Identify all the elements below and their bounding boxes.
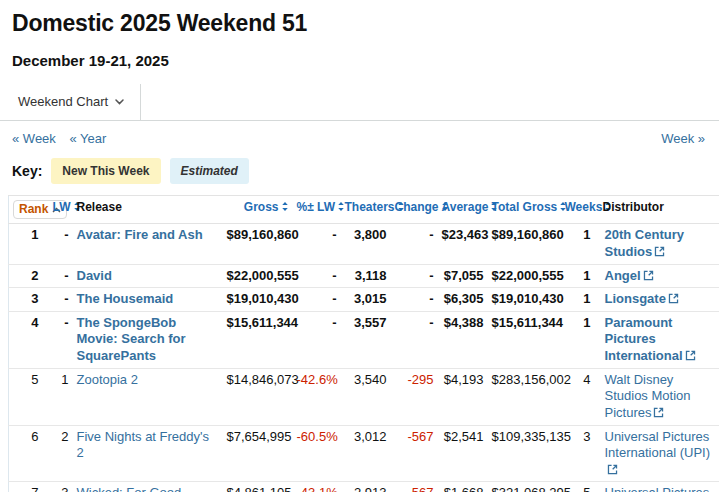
distributor-link[interactable]: Universal Pictures [605,485,710,492]
cell-change: - [391,264,438,288]
cell-rank: 4 [9,311,49,368]
cell-theaters: 3,015 [341,288,391,312]
cell-theaters: 3,118 [341,264,391,288]
release-link[interactable]: David [77,268,112,283]
cell-lw: - [49,224,73,264]
column-header-total-gross[interactable]: Total Gross [488,196,561,224]
cell-distributor: Lionsgate [599,288,719,312]
column-header-pct-lw[interactable]: %± LW [293,196,341,224]
cell-rank: 7 [9,482,49,492]
cell-rank: 6 [9,425,49,482]
cell-total-gross: $19,010,430 [488,288,561,312]
cell-weeks: 1 [561,264,599,288]
cell-lw: 1 [49,368,73,425]
cell-total-gross: $283,156,002 [488,368,561,425]
cell-distributor: Paramount Pictures International [599,311,719,368]
cell-release: Zootopia 2 [73,368,223,425]
external-link-icon [607,464,618,475]
cell-rank: 5 [9,368,49,425]
column-header-gross[interactable]: Gross [223,196,293,224]
column-header-rank-label: Rank [19,202,48,217]
cell-weeks: 1 [561,224,599,264]
week-navigation: « Week « Year Week » [0,121,719,150]
release-link[interactable]: The SpongeBob Movie: Search for SquarePa… [77,315,186,363]
cell-average: $4,193 [438,368,488,425]
cell-average: $4,388 [438,311,488,368]
cell-average: $23,463 [438,224,488,264]
cell-pct-lw: -43.1% [293,482,341,492]
column-header-weeks[interactable]: Weeks [561,196,599,224]
distributor-link[interactable]: Universal Pictures International (UPI) [605,429,711,477]
cell-pct-lw: - [293,311,341,368]
cell-release: David [73,264,223,288]
cell-average: $1,668 [438,482,488,492]
external-link-icon [668,293,679,304]
cell-change: -295 [391,368,438,425]
cell-weeks: 1 [561,288,599,312]
cell-total-gross: $22,000,555 [488,264,561,288]
weekend-box-office-table: Rank LW Release Gross %± LW Theaters Cha… [8,195,719,492]
legend: Key: New This Week Estimated [0,150,719,195]
cell-change: -567 [391,425,438,482]
distributor-link[interactable]: Lionsgate [605,291,679,306]
column-header-lw[interactable]: LW [49,196,73,224]
release-link[interactable]: Wicked: For Good [77,485,182,492]
cell-pct-lw: - [293,224,341,264]
cell-rank: 1 [9,224,49,264]
cell-release: The SpongeBob Movie: Search for SquarePa… [73,311,223,368]
distributor-link[interactable]: Paramount Pictures International [605,315,696,363]
cell-pct-lw: - [293,264,341,288]
column-header-average[interactable]: Average [438,196,488,224]
prev-week-link[interactable]: « Week [12,131,56,146]
cell-gross: $19,010,430 [223,288,293,312]
distributor-link[interactable]: Angel [605,268,654,283]
cell-total-gross: $89,160,860 [488,224,561,264]
distributor-link[interactable]: 20th Century Studios [605,227,684,259]
column-header-theaters[interactable]: Theaters [341,196,391,224]
column-header-distributor: Distributor [599,196,719,224]
cell-distributor: Universal Pictures International (UPI) [599,425,719,482]
cell-lw: 2 [49,425,73,482]
external-link-icon [654,246,665,257]
sort-icon [281,201,289,212]
column-header-change[interactable]: Change [391,196,438,224]
cell-pct-lw: - [293,288,341,312]
release-link[interactable]: The Housemaid [77,291,174,306]
column-header-rank[interactable]: Rank [9,196,49,224]
cell-lw: - [49,264,73,288]
cell-change: - [391,311,438,368]
distributor-link[interactable]: Walt Disney Studios Motion Pictures [605,372,691,420]
cell-lw: - [49,311,73,368]
date-range: December 19-21, 2025 [12,52,707,69]
cell-change: -567 [391,482,438,492]
tab-bar: Weekend Chart [0,84,719,121]
table-row: 3 - The Housemaid $19,010,430 - 3,015 - … [9,288,719,312]
cell-lw: 3 [49,482,73,492]
cell-average: $6,305 [438,288,488,312]
cell-rank: 2 [9,264,49,288]
tab-weekend-chart[interactable]: Weekend Chart [0,84,141,120]
cell-distributor: 20th Century Studios [599,224,719,264]
cell-gross: $22,000,555 [223,264,293,288]
legend-new-this-week: New This Week [51,158,160,184]
cell-release: Five Nights at Freddy's 2 [73,425,223,482]
table-row: 6 2 Five Nights at Freddy's 2 $7,654,995… [9,425,719,482]
legend-label: Key: [12,163,42,179]
cell-theaters: 3,012 [341,425,391,482]
prev-year-link[interactable]: « Year [69,131,106,146]
table-header-row: Rank LW Release Gross %± LW Theaters Cha… [9,196,719,224]
release-link[interactable]: Zootopia 2 [77,372,138,387]
cell-pct-lw: -42.6% [293,368,341,425]
cell-theaters: 2,913 [341,482,391,492]
tab-weekend-chart-label: Weekend Chart [18,94,108,109]
external-link-icon [653,407,664,418]
next-week-link[interactable]: Week » [661,131,705,146]
legend-estimated: Estimated [170,158,249,184]
cell-distributor: Angel [599,264,719,288]
cell-distributor: Universal Pictures [599,482,719,492]
cell-average: $7,055 [438,264,488,288]
external-link-icon [643,270,654,281]
cell-average: $2,541 [438,425,488,482]
release-link[interactable]: Avatar: Fire and Ash [77,227,203,242]
release-link[interactable]: Five Nights at Freddy's 2 [77,429,210,461]
